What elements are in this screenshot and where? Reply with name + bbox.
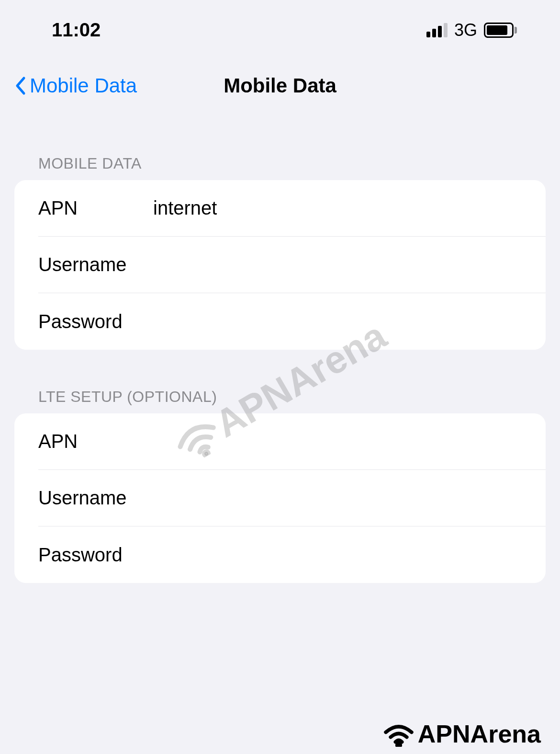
username-input[interactable] — [153, 254, 522, 275]
page-title: Mobile Data — [224, 74, 336, 97]
back-label: Mobile Data — [30, 74, 137, 97]
section-lte-setup: APN Username Password — [14, 413, 546, 583]
network-type: 3G — [454, 20, 477, 40]
password-label: Password — [38, 311, 153, 332]
apn-input[interactable] — [153, 197, 522, 219]
username-label: Username — [38, 254, 153, 275]
battery-icon — [484, 23, 517, 38]
row-password[interactable]: Password — [14, 293, 546, 350]
row-lte-password[interactable]: Password — [14, 526, 546, 583]
watermark-bottom: APNArena — [382, 720, 541, 748]
lte-username-label: Username — [38, 487, 153, 509]
lte-password-input[interactable] — [153, 544, 522, 566]
row-apn[interactable]: APN — [38, 180, 546, 237]
back-button[interactable]: Mobile Data — [14, 74, 137, 97]
navigation-bar: Mobile Data Mobile Data — [0, 50, 560, 116]
password-input[interactable] — [153, 311, 522, 332]
lte-password-label: Password — [38, 544, 153, 566]
lte-apn-label: APN — [38, 431, 153, 452]
lte-username-input[interactable] — [153, 487, 522, 509]
chevron-left-icon — [14, 76, 26, 95]
section-mobile-data: APN Username Password — [14, 180, 546, 350]
row-username[interactable]: Username — [38, 237, 546, 293]
section-header-mobile-data: MOBILE DATA — [0, 116, 560, 180]
svg-point-1 — [397, 743, 400, 747]
apn-label: APN — [38, 197, 153, 219]
status-time: 11:02 — [52, 19, 101, 41]
status-bar: 11:02 3G — [0, 0, 560, 50]
row-lte-username[interactable]: Username — [38, 470, 546, 526]
wifi-icon — [382, 721, 415, 747]
status-indicators: 3G — [426, 20, 517, 40]
row-lte-apn[interactable]: APN — [38, 413, 546, 470]
lte-apn-input[interactable] — [153, 431, 522, 452]
section-header-lte-setup: LTE SETUP (OPTIONAL) — [0, 350, 560, 413]
cellular-signal-icon — [426, 23, 448, 37]
